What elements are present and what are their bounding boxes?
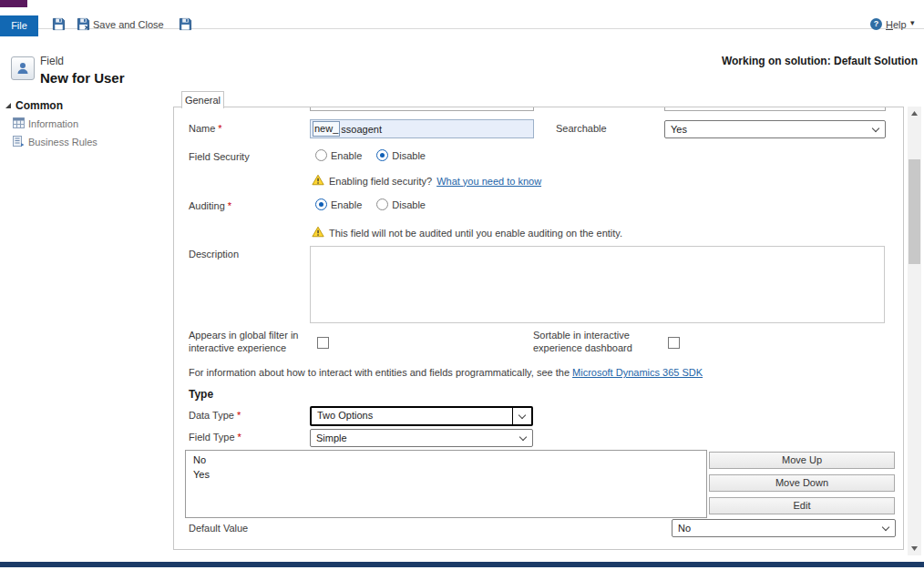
auditing-enable-radio[interactable]: [315, 198, 327, 210]
move-down-button[interactable]: Move Down: [709, 474, 895, 492]
auditing-warning-text: This field will not be audited until you…: [329, 228, 622, 239]
edit-button[interactable]: Edit: [709, 497, 895, 514]
name-input[interactable]: new_ ssoagent: [310, 119, 534, 138]
ribbon-toolbar: Save and Close ? Help ▾: [0, 7, 924, 29]
chevron-down-icon: [882, 524, 889, 531]
sidebar-group-label: Common: [15, 99, 63, 112]
auditing-warning: This field will not be audited until you…: [312, 226, 622, 239]
sortable-checkbox[interactable]: [668, 337, 680, 349]
field-security-warning: Enabling field security? What you need t…: [312, 174, 541, 188]
default-value: No: [678, 523, 691, 534]
chevron-down-icon: [872, 125, 879, 132]
window-bottom-border: [0, 562, 924, 567]
sidebar-item-information[interactable]: Information: [13, 117, 78, 130]
field-entity-icon: [11, 56, 35, 80]
sdk-text: For information about how to interact wi…: [189, 367, 570, 378]
business-rules-icon: [13, 136, 25, 148]
description-label: Description: [189, 249, 239, 260]
entity-type-label: Field: [40, 55, 64, 67]
warning-icon: [312, 226, 324, 239]
save-and-close-button[interactable]: Save and Close: [93, 19, 164, 30]
page-title: New for User: [40, 70, 125, 86]
table-icon: [13, 117, 25, 130]
field-security-warning-link[interactable]: What you need to know: [436, 176, 541, 187]
sidebar-item-business-rules[interactable]: Business Rules: [13, 136, 98, 148]
file-tab[interactable]: File: [0, 15, 38, 36]
warning-icon: [312, 174, 324, 188]
field-type-label: Field Type: [189, 432, 241, 443]
vertical-scrollbar[interactable]: [908, 107, 921, 555]
option-item[interactable]: Yes: [186, 465, 706, 480]
name-label: Name: [189, 123, 222, 134]
field-security-label: Field Security: [189, 151, 250, 162]
app-window: Save and Close ? Help ▾ File Field New f…: [0, 0, 924, 570]
auditing-enable-label: Enable: [331, 199, 362, 210]
cutoff-input-right: [664, 107, 886, 111]
global-filter-checkbox[interactable]: [317, 337, 329, 349]
save-icon[interactable]: [52, 17, 66, 33]
sidebar-item-label: Information: [28, 118, 78, 129]
field-security-warning-text: Enabling field security?: [329, 176, 432, 187]
sidebar-group-common[interactable]: Common: [5, 99, 63, 112]
auditing-radio-group: Enable Disable: [315, 198, 426, 210]
auditing-label: Auditing: [189, 200, 231, 211]
field-security-enable-label: Enable: [331, 150, 362, 161]
auditing-disable-label: Disable: [392, 199, 426, 210]
save-and-new-icon[interactable]: [179, 17, 192, 33]
default-value-label: Default Value: [189, 523, 248, 534]
sortable-label: Sortable in interactive experience dashb…: [533, 329, 650, 354]
solution-note: Working on solution: Default Solution: [722, 55, 918, 67]
tab-general[interactable]: General: [181, 91, 224, 108]
searchable-label: Searchable: [556, 123, 607, 134]
field-security-radio-group: Enable Disable: [315, 149, 426, 161]
auditing-disable-radio[interactable]: [376, 198, 388, 210]
form-panel: Name new_ ssoagent Searchable Yes Field …: [173, 107, 904, 550]
chevron-down-icon: [518, 412, 526, 419]
collapse-triangle-icon: [5, 99, 12, 112]
save-and-close-icon[interactable]: [77, 17, 90, 33]
sidebar-item-label: Business Rules: [28, 137, 98, 148]
field-security-enable-radio[interactable]: [315, 149, 327, 161]
global-filter-label: Appears in global filter in interactive …: [189, 329, 311, 354]
scroll-down-button[interactable]: [908, 542, 921, 555]
help-icon[interactable]: ?: [870, 18, 882, 30]
cutoff-input-left: [310, 107, 534, 111]
description-textarea[interactable]: [310, 246, 885, 323]
searchable-value: Yes: [671, 124, 687, 135]
name-prefix: new_: [313, 121, 340, 137]
searchable-select[interactable]: Yes: [664, 120, 886, 138]
chevron-down-icon: [519, 433, 527, 441]
window-accent-strip: [0, 0, 27, 7]
field-type-select[interactable]: Simple: [310, 429, 533, 447]
data-type-value: Two Options: [317, 410, 373, 421]
sdk-sentence: For information about how to interact wi…: [189, 367, 703, 378]
scroll-up-button[interactable]: [908, 107, 921, 120]
sdk-link[interactable]: Microsoft Dynamics 365 SDK: [572, 367, 703, 378]
name-value: ssoagent: [341, 124, 382, 135]
help-menu[interactable]: Help: [886, 19, 907, 30]
help-dropdown-caret-icon[interactable]: ▾: [910, 18, 915, 27]
field-security-disable-radio[interactable]: [376, 149, 388, 161]
data-type-label: Data Type: [189, 410, 241, 421]
type-section-heading: Type: [189, 388, 213, 401]
select-separator: [512, 408, 513, 424]
move-up-button[interactable]: Move Up: [709, 452, 895, 469]
options-listbox[interactable]: No Yes: [185, 450, 707, 518]
field-type-value: Simple: [316, 433, 347, 443]
data-type-select[interactable]: Two Options: [310, 406, 533, 426]
default-value-select[interactable]: No: [672, 519, 896, 537]
field-security-disable-label: Disable: [392, 150, 426, 161]
scrollbar-thumb[interactable]: [909, 159, 920, 264]
option-item[interactable]: No: [186, 451, 706, 465]
